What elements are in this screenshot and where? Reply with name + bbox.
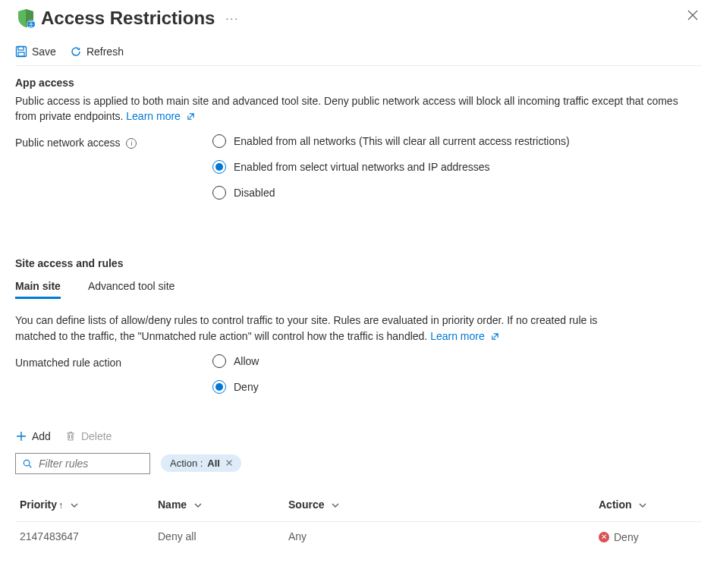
column-header-source[interactable]: Source xyxy=(284,492,594,522)
radio-button-icon xyxy=(212,380,226,394)
external-link-icon xyxy=(187,109,195,124)
refresh-label: Refresh xyxy=(86,46,124,58)
page-title: Access Restrictions xyxy=(41,8,215,29)
site-rules-description: You can define lists of allow/deny rules… xyxy=(15,313,637,345)
public-network-access-label: Public network access i xyxy=(15,134,212,149)
tab-main-site[interactable]: Main site xyxy=(15,280,61,299)
command-bar: Save Refresh xyxy=(15,46,702,65)
svg-rect-4 xyxy=(18,52,24,56)
svg-point-5 xyxy=(24,460,30,466)
radio-unmatched-allow[interactable]: Allow xyxy=(212,354,702,368)
filter-pill-label: Action : xyxy=(170,458,203,469)
svg-rect-3 xyxy=(18,47,24,51)
chevron-down-icon xyxy=(332,502,339,509)
sort-ascending-icon: ↑ xyxy=(58,500,63,511)
divider xyxy=(15,65,702,66)
site-tabs: Main site Advanced tool site xyxy=(15,280,702,299)
app-access-description: Public access is applied to both main si… xyxy=(15,93,702,125)
save-icon xyxy=(15,46,27,58)
radio-unmatched-deny[interactable]: Deny xyxy=(212,380,702,394)
rule-toolbar: Add Delete xyxy=(15,430,702,442)
radio-button-icon xyxy=(212,354,226,368)
table-row[interactable]: 2147483647 Deny all Any ✕ Deny xyxy=(15,521,702,551)
radio-button-icon xyxy=(212,186,226,200)
radio-label: Enabled from select virtual networks and… xyxy=(234,161,489,173)
app-access-description-text: Public access is applied to both main si… xyxy=(15,95,678,122)
deny-icon: ✕ xyxy=(599,532,609,542)
filter-pill-value: All xyxy=(207,458,220,469)
save-button[interactable]: Save xyxy=(15,46,56,58)
learn-more-link-app-access[interactable]: Learn more xyxy=(126,110,194,122)
radio-label: Enabled from all networks (This will cle… xyxy=(234,135,570,147)
save-label: Save xyxy=(32,46,56,58)
column-header-label: Action xyxy=(599,498,632,511)
info-icon[interactable]: i xyxy=(126,138,137,149)
cell-priority: 2147483647 xyxy=(15,521,153,551)
rules-table: Priority↑ Name Source xyxy=(15,492,702,551)
radio-button-icon xyxy=(212,134,226,148)
learn-more-link-site-rules[interactable]: Learn more xyxy=(430,330,498,342)
add-label: Add xyxy=(32,430,51,442)
chevron-down-icon xyxy=(71,502,78,509)
close-button[interactable] xyxy=(687,9,702,24)
chevron-down-icon xyxy=(194,502,202,509)
delete-label: Delete xyxy=(81,430,112,442)
cell-name: Deny all xyxy=(153,521,284,551)
learn-more-text: Learn more xyxy=(430,330,485,342)
trash-icon xyxy=(64,430,77,442)
clear-filter-icon[interactable] xyxy=(225,458,235,469)
section-title-app-access: App access xyxy=(15,77,702,89)
radio-disabled[interactable]: Disabled xyxy=(212,186,702,200)
add-rule-button[interactable]: Add xyxy=(15,430,51,442)
blade-header: Access Restrictions ··· xyxy=(15,8,702,29)
filter-input-wrap[interactable] xyxy=(15,453,150,474)
learn-more-text: Learn more xyxy=(126,110,181,122)
delete-rule-button[interactable]: Delete xyxy=(64,430,112,442)
tab-advanced-tool-site[interactable]: Advanced tool site xyxy=(88,280,175,299)
site-rules-description-text: You can define lists of allow/deny rules… xyxy=(15,314,597,342)
column-header-action[interactable]: Action xyxy=(594,492,702,522)
refresh-button[interactable]: Refresh xyxy=(70,46,124,58)
shield-icon xyxy=(15,8,36,29)
column-header-name[interactable]: Name xyxy=(153,492,284,522)
public-network-access-row: Public network access i Enabled from all… xyxy=(15,134,702,212)
radio-label: Allow xyxy=(234,355,259,367)
refresh-icon xyxy=(70,46,82,58)
chevron-down-icon xyxy=(639,502,646,509)
filter-row: Action : All xyxy=(15,453,702,474)
plus-icon xyxy=(15,430,27,442)
radio-enabled-select-networks[interactable]: Enabled from select virtual networks and… xyxy=(212,160,702,174)
cell-action: ✕ Deny xyxy=(594,521,702,551)
unmatched-rule-action-label: Unmatched rule action xyxy=(15,354,212,369)
radio-label: Disabled xyxy=(234,187,275,199)
cell-action-text: Deny xyxy=(614,531,639,543)
radio-button-icon xyxy=(212,160,226,174)
column-header-priority[interactable]: Priority↑ xyxy=(15,492,153,522)
search-icon xyxy=(22,458,33,469)
radio-enabled-all-networks[interactable]: Enabled from all networks (This will cle… xyxy=(212,134,702,148)
column-header-label: Source xyxy=(288,498,324,511)
radio-label: Deny xyxy=(234,381,259,393)
unmatched-rule-action-row: Unmatched rule action Allow Deny xyxy=(15,354,702,406)
column-header-label: Name xyxy=(158,498,187,511)
cell-source: Any xyxy=(284,521,594,551)
external-link-icon xyxy=(491,329,499,345)
table-header-row: Priority↑ Name Source xyxy=(15,492,702,522)
column-header-label: Priority xyxy=(20,498,57,511)
public-network-access-label-text: Public network access xyxy=(15,137,121,149)
filter-pill-action[interactable]: Action : All xyxy=(161,454,241,472)
section-title-site-rules: Site access and rules xyxy=(15,257,702,269)
more-menu-button[interactable]: ··· xyxy=(225,12,239,24)
filter-rules-input[interactable] xyxy=(37,457,143,470)
